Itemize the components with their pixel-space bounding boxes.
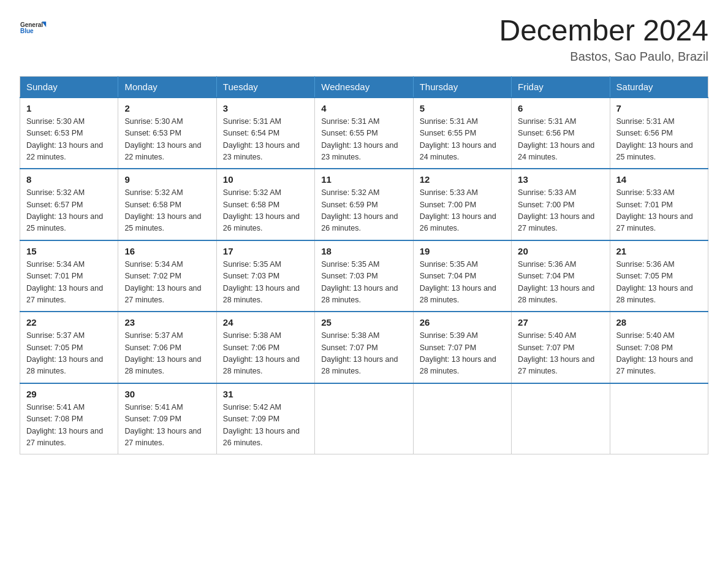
calendar-day-cell — [512, 383, 610, 454]
day-number: 19 — [420, 246, 505, 256]
day-number: 4 — [321, 103, 406, 113]
day-info: Sunrise: 5:42 AMSunset: 7:09 PMDaylight:… — [223, 403, 300, 447]
logo: General Blue — [20, 15, 50, 39]
calendar-day-cell: 28 Sunrise: 5:40 AMSunset: 7:08 PMDaylig… — [610, 312, 708, 383]
day-of-week-header: Monday — [118, 76, 216, 98]
day-number: 15 — [26, 246, 112, 256]
calendar-week-row: 22 Sunrise: 5:37 AMSunset: 7:05 PMDaylig… — [20, 312, 708, 383]
calendar-day-cell: 26 Sunrise: 5:39 AMSunset: 7:07 PMDaylig… — [413, 312, 511, 383]
day-info: Sunrise: 5:41 AMSunset: 7:09 PMDaylight:… — [124, 403, 201, 447]
day-info: Sunrise: 5:30 AMSunset: 6:53 PMDaylight:… — [26, 117, 103, 161]
day-number: 10 — [223, 174, 308, 185]
calendar-day-cell: 4 Sunrise: 5:31 AMSunset: 6:55 PMDayligh… — [315, 98, 413, 169]
calendar-week-row: 15 Sunrise: 5:34 AMSunset: 7:01 PMDaylig… — [20, 240, 708, 312]
day-number: 29 — [26, 389, 112, 399]
day-number: 25 — [321, 317, 406, 327]
day-info: Sunrise: 5:40 AMSunset: 7:07 PMDaylight:… — [518, 331, 594, 375]
calendar-day-cell: 3 Sunrise: 5:31 AMSunset: 6:54 PMDayligh… — [216, 98, 314, 169]
calendar-day-cell: 10 Sunrise: 5:32 AMSunset: 6:58 PMDaylig… — [216, 169, 314, 240]
logo-image: General Blue — [20, 15, 50, 39]
calendar-header-row: SundayMondayTuesdayWednesdayThursdayFrid… — [20, 76, 708, 98]
day-number: 14 — [616, 174, 702, 185]
calendar-day-cell: 21 Sunrise: 5:36 AMSunset: 7:05 PMDaylig… — [610, 240, 708, 312]
location-subtitle: Bastos, Sao Paulo, Brazil — [499, 50, 708, 64]
day-info: Sunrise: 5:41 AMSunset: 7:08 PMDaylight:… — [26, 403, 103, 447]
calendar-day-cell: 19 Sunrise: 5:35 AMSunset: 7:04 PMDaylig… — [413, 240, 511, 312]
calendar-week-row: 1 Sunrise: 5:30 AMSunset: 6:53 PMDayligh… — [20, 98, 708, 169]
day-info: Sunrise: 5:31 AMSunset: 6:55 PMDaylight:… — [420, 117, 496, 161]
day-number: 28 — [616, 317, 702, 327]
calendar-day-cell: 11 Sunrise: 5:32 AMSunset: 6:59 PMDaylig… — [315, 169, 413, 240]
calendar-day-cell: 29 Sunrise: 5:41 AMSunset: 7:08 PMDaylig… — [20, 383, 118, 454]
calendar-day-cell — [610, 383, 708, 454]
day-info: Sunrise: 5:35 AMSunset: 7:03 PMDaylight:… — [223, 260, 300, 304]
calendar-day-cell — [315, 383, 413, 454]
day-number: 31 — [223, 389, 308, 399]
day-info: Sunrise: 5:32 AMSunset: 6:57 PMDaylight:… — [26, 188, 103, 232]
day-number: 7 — [616, 103, 702, 113]
page-header: General Blue December 2024 Bastos, Sao P… — [20, 15, 708, 64]
day-info: Sunrise: 5:37 AMSunset: 7:05 PMDaylight:… — [26, 331, 103, 375]
day-number: 13 — [518, 174, 603, 185]
calendar-day-cell: 16 Sunrise: 5:34 AMSunset: 7:02 PMDaylig… — [118, 240, 216, 312]
calendar-day-cell: 14 Sunrise: 5:33 AMSunset: 7:01 PMDaylig… — [610, 169, 708, 240]
day-info: Sunrise: 5:35 AMSunset: 7:04 PMDaylight:… — [420, 260, 496, 304]
day-number: 30 — [124, 389, 210, 399]
day-info: Sunrise: 5:39 AMSunset: 7:07 PMDaylight:… — [420, 331, 496, 375]
calendar-day-cell: 25 Sunrise: 5:38 AMSunset: 7:07 PMDaylig… — [315, 312, 413, 383]
calendar-day-cell: 8 Sunrise: 5:32 AMSunset: 6:57 PMDayligh… — [20, 169, 118, 240]
day-number: 27 — [518, 317, 603, 327]
day-number: 16 — [124, 246, 210, 256]
day-info: Sunrise: 5:38 AMSunset: 7:06 PMDaylight:… — [223, 331, 300, 375]
calendar-day-cell: 6 Sunrise: 5:31 AMSunset: 6:56 PMDayligh… — [512, 98, 610, 169]
calendar-day-cell: 27 Sunrise: 5:40 AMSunset: 7:07 PMDaylig… — [512, 312, 610, 383]
day-number: 8 — [26, 174, 112, 185]
calendar-day-cell: 1 Sunrise: 5:30 AMSunset: 6:53 PMDayligh… — [20, 98, 118, 169]
day-info: Sunrise: 5:38 AMSunset: 7:07 PMDaylight:… — [321, 331, 398, 375]
calendar-day-cell: 12 Sunrise: 5:33 AMSunset: 7:00 PMDaylig… — [413, 169, 511, 240]
day-info: Sunrise: 5:34 AMSunset: 7:01 PMDaylight:… — [26, 260, 103, 304]
day-number: 9 — [124, 174, 210, 185]
day-info: Sunrise: 5:31 AMSunset: 6:56 PMDaylight:… — [616, 117, 693, 161]
month-title: December 2024 — [499, 15, 708, 47]
calendar-day-cell: 23 Sunrise: 5:37 AMSunset: 7:06 PMDaylig… — [118, 312, 216, 383]
day-info: Sunrise: 5:32 AMSunset: 6:58 PMDaylight:… — [223, 188, 300, 232]
day-number: 1 — [26, 103, 112, 113]
day-info: Sunrise: 5:32 AMSunset: 6:59 PMDaylight:… — [321, 188, 398, 232]
day-info: Sunrise: 5:37 AMSunset: 7:06 PMDaylight:… — [124, 331, 201, 375]
day-number: 11 — [321, 174, 406, 185]
day-number: 24 — [223, 317, 308, 327]
day-info: Sunrise: 5:30 AMSunset: 6:53 PMDaylight:… — [124, 117, 201, 161]
day-number: 23 — [124, 317, 210, 327]
calendar-day-cell: 17 Sunrise: 5:35 AMSunset: 7:03 PMDaylig… — [216, 240, 314, 312]
day-number: 6 — [518, 103, 603, 113]
day-of-week-header: Friday — [512, 76, 610, 98]
svg-text:Blue: Blue — [20, 28, 34, 34]
svg-text:General: General — [20, 21, 43, 28]
day-info: Sunrise: 5:34 AMSunset: 7:02 PMDaylight:… — [124, 260, 201, 304]
day-number: 21 — [616, 246, 702, 256]
day-number: 2 — [124, 103, 210, 113]
day-number: 3 — [223, 103, 308, 113]
day-number: 17 — [223, 246, 308, 256]
day-info: Sunrise: 5:40 AMSunset: 7:08 PMDaylight:… — [616, 331, 693, 375]
calendar-day-cell: 22 Sunrise: 5:37 AMSunset: 7:05 PMDaylig… — [20, 312, 118, 383]
day-of-week-header: Saturday — [610, 76, 708, 98]
day-info: Sunrise: 5:32 AMSunset: 6:58 PMDaylight:… — [124, 188, 201, 232]
day-of-week-header: Thursday — [413, 76, 511, 98]
day-info: Sunrise: 5:36 AMSunset: 7:05 PMDaylight:… — [616, 260, 693, 304]
day-info: Sunrise: 5:31 AMSunset: 6:55 PMDaylight:… — [321, 117, 398, 161]
calendar-day-cell: 7 Sunrise: 5:31 AMSunset: 6:56 PMDayligh… — [610, 98, 708, 169]
calendar-day-cell — [413, 383, 511, 454]
day-info: Sunrise: 5:33 AMSunset: 7:00 PMDaylight:… — [420, 188, 496, 232]
calendar-day-cell: 9 Sunrise: 5:32 AMSunset: 6:58 PMDayligh… — [118, 169, 216, 240]
day-of-week-header: Tuesday — [216, 76, 314, 98]
day-info: Sunrise: 5:31 AMSunset: 6:54 PMDaylight:… — [223, 117, 300, 161]
calendar-table: SundayMondayTuesdayWednesdayThursdayFrid… — [20, 76, 708, 455]
day-number: 22 — [26, 317, 112, 327]
day-number: 26 — [420, 317, 505, 327]
day-info: Sunrise: 5:31 AMSunset: 6:56 PMDaylight:… — [518, 117, 594, 161]
calendar-day-cell: 15 Sunrise: 5:34 AMSunset: 7:01 PMDaylig… — [20, 240, 118, 312]
day-number: 5 — [420, 103, 505, 113]
day-info: Sunrise: 5:36 AMSunset: 7:04 PMDaylight:… — [518, 260, 594, 304]
